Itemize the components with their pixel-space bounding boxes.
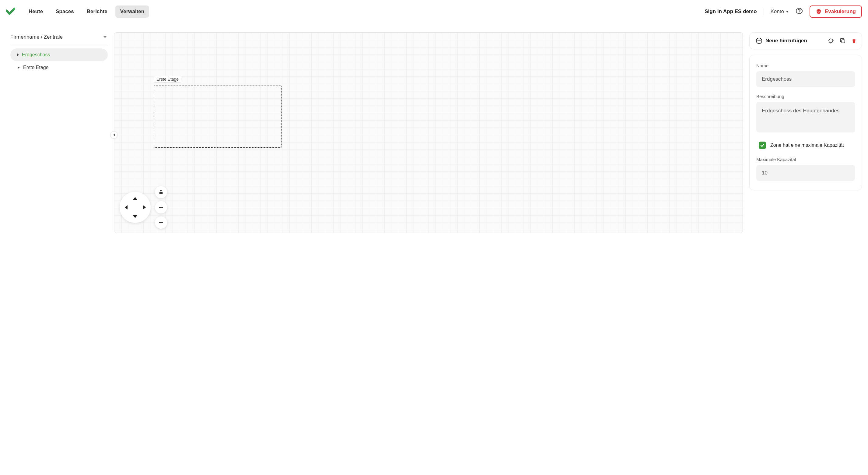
account-menu[interactable]: Konto xyxy=(771,8,789,14)
canvas-controls xyxy=(120,186,167,229)
main-nav: Heute Spaces Berichte Verwalten xyxy=(24,5,149,18)
add-zone-button[interactable]: Neue hinzufügen xyxy=(754,36,808,46)
svg-point-4 xyxy=(829,39,833,43)
tree-item-erste-etage[interactable]: Erste Etage xyxy=(10,61,108,74)
name-label: Name xyxy=(756,63,855,68)
caret-right-icon xyxy=(17,53,19,56)
svg-rect-5 xyxy=(842,40,845,43)
canvas-area: Erste Etage xyxy=(114,32,743,233)
pan-right-button[interactable] xyxy=(141,204,148,211)
collapse-sidebar-button[interactable] xyxy=(110,131,118,139)
floorplan-canvas[interactable]: Erste Etage xyxy=(114,32,743,233)
max-capacity-field: Maximale Kapazität xyxy=(756,157,855,181)
shield-check-icon xyxy=(816,8,822,14)
pan-left-button[interactable] xyxy=(123,204,129,211)
max-capacity-input[interactable] xyxy=(756,165,855,181)
properties-panel: Name Beschreibung Zone hat eine maximale… xyxy=(749,55,862,190)
description-label: Beschreibung xyxy=(756,94,855,99)
help-icon[interactable] xyxy=(796,7,803,16)
name-field: Name xyxy=(756,63,855,87)
tree-item-erdgeschoss[interactable]: Erdgeschoss xyxy=(10,49,108,61)
description-input[interactable] xyxy=(756,102,855,132)
unlock-icon xyxy=(158,189,164,195)
main: Firmenname / Zentrale Erdgeschoss Erste … xyxy=(0,23,868,239)
zoom-controls xyxy=(155,186,167,229)
evacuation-button[interactable]: Evakuierung xyxy=(810,5,862,18)
description-field: Beschreibung xyxy=(756,94,855,134)
zone-outline[interactable] xyxy=(154,86,281,148)
header-divider xyxy=(764,8,764,15)
pan-wheel xyxy=(120,192,151,223)
arrow-up-icon xyxy=(133,197,137,200)
capacity-checkbox[interactable] xyxy=(759,142,766,149)
duplicate-button[interactable] xyxy=(840,38,846,44)
zoom-out-button[interactable] xyxy=(155,216,167,229)
name-input[interactable] xyxy=(756,71,855,87)
arrow-down-icon xyxy=(133,215,137,218)
center-button[interactable] xyxy=(828,37,834,44)
delete-button[interactable] xyxy=(851,38,857,44)
nav-verwalten[interactable]: Verwalten xyxy=(115,5,149,18)
arrow-right-icon xyxy=(143,205,146,209)
nav-spaces[interactable]: Spaces xyxy=(51,5,79,18)
check-icon xyxy=(760,143,765,148)
add-zone-label: Neue hinzufügen xyxy=(766,38,807,44)
account-label: Konto xyxy=(771,8,784,14)
caret-down-icon xyxy=(17,67,20,68)
arrow-left-icon xyxy=(125,205,127,209)
max-capacity-label: Maximale Kapazität xyxy=(756,157,855,162)
chevron-down-icon xyxy=(103,36,106,38)
breadcrumb-text: Firmenname / Zentrale xyxy=(10,34,63,40)
sidebar: Firmenname / Zentrale Erdgeschoss Erste … xyxy=(10,32,108,74)
crosshair-icon xyxy=(828,37,834,44)
nav-heute[interactable]: Heute xyxy=(24,5,48,18)
svg-rect-2 xyxy=(159,192,163,194)
plus-icon xyxy=(159,205,163,210)
floor-tree: Erdgeschoss Erste Etage xyxy=(10,49,108,74)
zone-label: Erste Etage xyxy=(154,76,181,83)
pan-up-button[interactable] xyxy=(132,195,138,202)
breadcrumb[interactable]: Firmenname / Zentrale xyxy=(10,32,108,46)
copy-icon xyxy=(840,38,846,44)
pan-down-button[interactable] xyxy=(132,213,138,220)
nav-berichte[interactable]: Berichte xyxy=(82,5,112,18)
header: Heute Spaces Berichte Verwalten Sign In … xyxy=(0,0,868,23)
zone-toolbar: Neue hinzufügen xyxy=(749,32,862,49)
capacity-check-label: Zone hat eine maximale Kapazität xyxy=(770,143,844,148)
minus-icon xyxy=(159,220,163,225)
evacuation-label: Evakuierung xyxy=(825,8,856,14)
trash-icon xyxy=(851,38,857,44)
header-right: Sign In App ES demo Konto Evakuierung xyxy=(705,5,862,18)
capacity-check-row: Zone hat eine maximale Kapazität xyxy=(759,142,855,149)
plus-circle-icon xyxy=(756,37,763,44)
chevron-down-icon xyxy=(786,11,789,12)
svg-point-1 xyxy=(799,12,799,12)
properties-column: Neue hinzufügen xyxy=(749,32,862,190)
zoom-in-button[interactable] xyxy=(155,201,167,213)
tree-item-label: Erdgeschoss xyxy=(22,52,50,58)
app-logo[interactable] xyxy=(6,8,15,16)
zone[interactable]: Erste Etage xyxy=(154,81,281,148)
lock-button[interactable] xyxy=(155,186,167,198)
tree-item-label: Erste Etage xyxy=(23,65,49,70)
app-title: Sign In App ES demo xyxy=(705,8,756,14)
